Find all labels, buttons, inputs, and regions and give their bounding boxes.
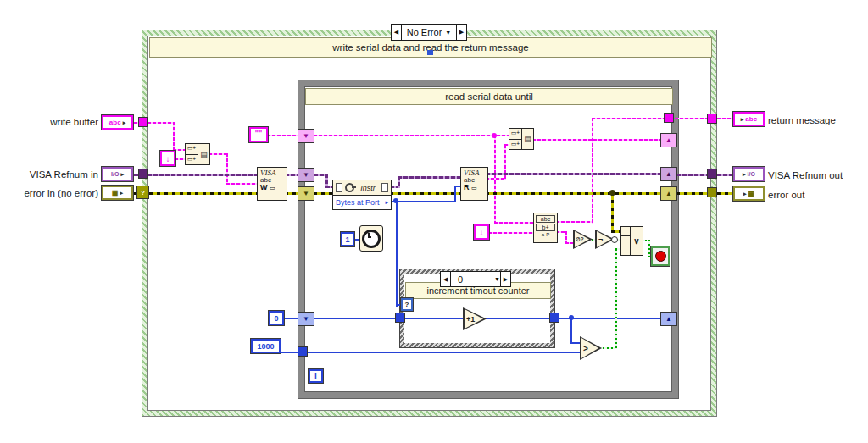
- property-node-class: Instr: [357, 184, 379, 192]
- error-out-indicator[interactable]: ▸ ▦: [733, 186, 765, 201]
- compound-or-node[interactable]: ∨: [620, 226, 643, 256]
- match-pattern-row: abc: [536, 215, 555, 223]
- property-name[interactable]: Bytes at Port: [336, 198, 380, 207]
- string-wire: [486, 178, 506, 180]
- visa-write-node[interactable]: VISA abc~ W ▭: [257, 167, 287, 201]
- visa-refnum-in-label: VISA Refnum in: [15, 169, 98, 180]
- shift-register-string-left[interactable]: ▼: [298, 129, 314, 143]
- counter-init-constant[interactable]: 0: [269, 311, 284, 325]
- boolean-wire: [648, 240, 650, 257]
- string-type-icon: abc: [745, 115, 757, 123]
- match-pattern-row: b+: [536, 224, 555, 231]
- numeric-wire: [485, 318, 549, 319]
- visa-refnum-out-indicator[interactable]: ▸ I/O: [733, 167, 765, 181]
- case-dropdown-icon[interactable]: ▼: [494, 276, 500, 282]
- visa-refnum-in-control[interactable]: I/O ▸: [102, 167, 133, 181]
- case-prev-icon[interactable]: ◀: [441, 272, 451, 286]
- return-message-indicator[interactable]: ▸ abc: [733, 112, 765, 126]
- error-wire: [676, 192, 709, 195]
- shift-register-error-left[interactable]: ▼: [298, 186, 314, 201]
- shift-register-count-right[interactable]: ▲: [660, 312, 677, 326]
- wait-ms-constant[interactable]: 1: [341, 232, 354, 246]
- timeout-limit-constant[interactable]: 1000: [251, 339, 281, 353]
- case-next-icon[interactable]: ▶: [456, 25, 466, 40]
- case-dropdown-icon[interactable]: ▼: [445, 30, 451, 36]
- visa-wire: [717, 174, 734, 176]
- shift-register-count-left[interactable]: ▼: [298, 312, 314, 326]
- shift-register-visa-left[interactable]: ▼: [298, 168, 314, 182]
- string-wire: [532, 139, 663, 141]
- loop-tunnel-string-out[interactable]: [664, 113, 674, 123]
- shift-register-error-right[interactable]: ▲: [660, 186, 677, 201]
- concatenate-strings-node[interactable]: ▭+ ▭+ ▤: [185, 143, 210, 165]
- error-in-control[interactable]: ▦ ▸: [102, 186, 133, 200]
- string-wire: [226, 153, 228, 185]
- visa-refnum-out-label: VISA Refnum out: [768, 170, 843, 180]
- inner-case-selector-terminal[interactable]: ?: [401, 298, 413, 311]
- wait-ms-node[interactable]: [359, 225, 383, 252]
- loop-tunnel-timeout-in[interactable]: [298, 346, 308, 357]
- shift-register-visa-right[interactable]: ▲: [660, 167, 677, 181]
- end-of-line-constant[interactable]: ↓: [160, 151, 175, 166]
- loop-iteration-terminal[interactable]: i: [309, 369, 323, 383]
- inner-case-selector[interactable]: ◀ 0▼ ▶: [440, 271, 511, 287]
- port-icon: ▭: [270, 185, 275, 191]
- write-buffer-control[interactable]: abc ▸: [102, 115, 133, 130]
- block-diagram: write serial data and read the return me…: [0, 0, 868, 443]
- increment-icon: +1: [466, 315, 475, 324]
- inner-case-tunnel-right[interactable]: [549, 313, 559, 323]
- while-loop-label: read serial data until: [445, 91, 533, 102]
- end-of-line-constant[interactable]: ↓: [474, 224, 489, 240]
- match-pattern-node[interactable]: abc b+ a·P: [533, 213, 558, 243]
- key-icon: [345, 183, 354, 192]
- numeric-wire: [390, 201, 456, 202]
- concat-input-icon: ▭+: [509, 140, 521, 150]
- constant-value: 0: [274, 314, 278, 323]
- empty-string-question-node[interactable]: ∅?: [573, 230, 593, 249]
- return-message-label: return message: [768, 115, 836, 125]
- tunnel-string-out[interactable]: [707, 114, 717, 124]
- error-cluster-icon: ▦: [112, 189, 119, 197]
- tunnel-string-in[interactable]: [138, 117, 148, 127]
- not-output-bubble: [611, 236, 618, 243]
- indicator-direction-icon: ▸: [741, 116, 744, 123]
- numeric-wire: [570, 318, 572, 344]
- inner-case-tunnel-left[interactable]: [395, 313, 405, 323]
- visa-type-icon: I/O: [111, 171, 119, 177]
- tunnel-error-out[interactable]: [707, 187, 717, 197]
- property-node[interactable]: Instr Bytes at Port ▸: [332, 180, 392, 210]
- case-prev-icon[interactable]: ◀: [392, 25, 402, 40]
- numeric-wire: [396, 201, 398, 307]
- error-wire: [149, 192, 259, 195]
- tunnel-visa-in[interactable]: [138, 169, 148, 179]
- string-wire: [147, 122, 175, 124]
- case-next-icon[interactable]: ▶: [500, 272, 510, 286]
- empty-string-constant[interactable]: "": [249, 127, 268, 142]
- outer-case-selector[interactable]: ◀ No Error▼ ▶: [391, 24, 467, 41]
- selector-question-icon: ?: [141, 189, 145, 197]
- loop-condition-stop-terminal[interactable]: [651, 246, 670, 266]
- greater-than-node[interactable]: >: [580, 336, 602, 360]
- tunnel-visa-out[interactable]: [707, 169, 717, 179]
- string-wire: [556, 221, 593, 223]
- error-in-label: error in (no error): [7, 188, 98, 198]
- increment-node[interactable]: +1: [463, 307, 487, 330]
- numeric-wire: [280, 352, 298, 353]
- visa-wire: [486, 173, 663, 175]
- visa-write-letter: W ▭: [260, 184, 284, 191]
- wire-junction: [609, 190, 615, 196]
- visa-type-icon: I/O: [748, 171, 755, 177]
- concatenate-strings-node[interactable]: ▭+ ▭+ ▤: [509, 128, 534, 150]
- or-input-cell: [621, 227, 630, 236]
- string-wire: [717, 118, 734, 119]
- numeric-wire: [454, 186, 456, 202]
- case-selector-tunnel[interactable]: ?: [136, 186, 149, 199]
- visa-read-node[interactable]: VISA abc~ R ▭: [460, 167, 488, 201]
- numeric-wire: [314, 318, 395, 319]
- concat-output-icon: ▤: [198, 144, 209, 164]
- string-wire: [314, 135, 510, 136]
- iteration-icon: i: [314, 372, 317, 381]
- shift-register-string-right[interactable]: ▲: [660, 133, 677, 147]
- match-pattern-row: a·P: [536, 232, 555, 237]
- string-wire: [267, 135, 300, 136]
